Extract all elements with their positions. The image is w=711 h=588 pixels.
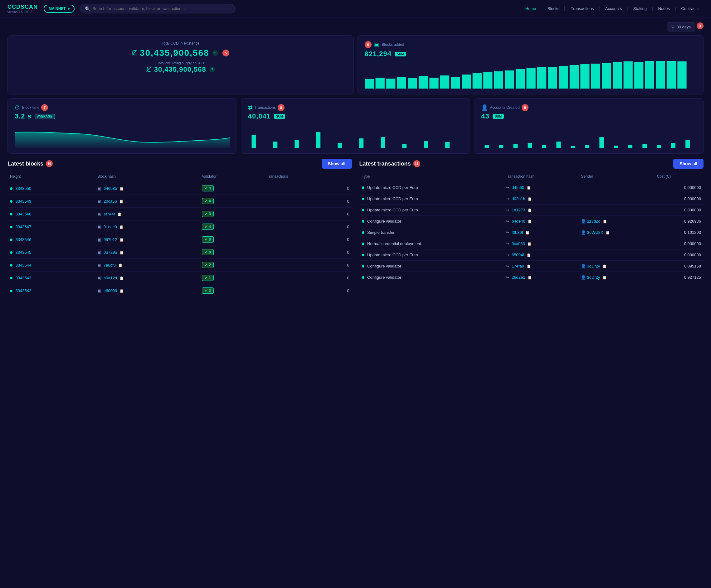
nav-accounts[interactable]: Accounts: [600, 6, 627, 11]
block-hash-link[interactable]: 646b8b: [104, 186, 117, 191]
total-ccd-info-icon[interactable]: ?: [213, 50, 218, 56]
validator-badge[interactable]: ✔ 3: [202, 288, 214, 294]
svg-rect-20: [580, 64, 589, 89]
copy-icon[interactable]: 📋: [527, 208, 532, 212]
nav-home[interactable]: Home: [520, 6, 542, 11]
status-dot: [362, 254, 364, 256]
table-row: 3343547 ▣ 01eac0 📋 ✔ 4 0: [7, 221, 352, 233]
block-height-link[interactable]: 3343546: [16, 237, 31, 242]
copy-icon[interactable]: 📋: [119, 225, 124, 229]
validator-badge[interactable]: ✔ 4: [202, 224, 214, 230]
block-hash-link[interactable]: e60009: [104, 288, 117, 293]
svg-rect-23: [612, 62, 622, 89]
nav-transactions[interactable]: Transactions: [566, 6, 599, 11]
status-dot: [362, 231, 364, 234]
sender-link[interactable]: 👤3uWU8X: [581, 230, 604, 235]
tx-arrow-icon: ↪: [506, 197, 509, 201]
sender-link[interactable]: 👤3qDr2y: [581, 264, 601, 268]
blocks-show-all-button[interactable]: Show all: [322, 159, 352, 169]
copy-icon[interactable]: 📋: [527, 276, 532, 279]
block-height-link[interactable]: 3343542: [16, 288, 31, 293]
copy-icon[interactable]: 📋: [527, 242, 532, 246]
block-hash-link[interactable]: 7a8cf3: [104, 263, 116, 268]
copy-icon[interactable]: 📋: [526, 264, 531, 268]
tx-hash-link[interactable]: 26d2e1: [512, 275, 525, 280]
ccd-icon: Ȼ: [132, 49, 137, 57]
block-hash-link[interactable]: 01eac0: [104, 224, 117, 229]
tx-hash-link[interactable]: d02b1b: [512, 197, 525, 201]
svg-rect-51: [643, 144, 647, 148]
block-height: 3343543: [7, 272, 95, 284]
block-height-link[interactable]: 3343547: [16, 224, 31, 229]
copy-icon[interactable]: 📋: [117, 212, 122, 216]
cost-cell: 0.000000: [654, 249, 704, 261]
block-icon: ▣: [97, 250, 101, 255]
tx-hash-link[interactable]: 1d1273: [512, 208, 525, 212]
validator-badge[interactable]: ✔ 0: [202, 249, 214, 255]
block-hash-link[interactable]: 997b12: [104, 237, 117, 242]
sender-link[interactable]: 👤2z3dZq: [581, 219, 602, 224]
transactions-show-all-button[interactable]: Show all: [673, 159, 704, 169]
ccd-icon-2: Ȼ: [146, 66, 151, 73]
copy-icon[interactable]: 📋: [602, 264, 607, 268]
sender-link[interactable]: 👤3qDr2y: [581, 275, 601, 280]
block-height-link[interactable]: 3343550: [16, 186, 31, 191]
tx-hash-link[interactable]: b4de40: [512, 219, 525, 224]
tx-hash-link[interactable]: 17efa9: [512, 264, 524, 268]
copy-icon[interactable]: 📋: [602, 276, 607, 279]
tx-hash-cell: ↪ 17efa9 📋: [503, 261, 578, 272]
tx-hash-link[interactable]: 0ca063: [512, 241, 525, 246]
clock-icon: ⏱: [15, 105, 20, 111]
block-height-link[interactable]: 3343548: [16, 212, 31, 217]
network-button[interactable]: MAINNET ▾: [44, 5, 74, 13]
block-hash-link[interactable]: 0d729b: [104, 250, 117, 255]
tx-hash-link[interactable]: 65094f: [512, 252, 524, 257]
validator-badge[interactable]: ✔ 3: [202, 211, 214, 217]
status-dot: [10, 239, 13, 241]
sender-cell: 👤3qDr2y 📋: [578, 261, 654, 272]
copy-icon[interactable]: 📋: [120, 276, 124, 280]
svg-rect-1: [375, 77, 384, 89]
copy-icon[interactable]: 📋: [526, 186, 531, 189]
block-height-link[interactable]: 3343544: [16, 263, 31, 268]
nav-nodes[interactable]: Nodes: [653, 6, 675, 11]
nav-staking[interactable]: Staking: [628, 6, 652, 11]
copy-icon[interactable]: 📋: [119, 200, 124, 203]
block-height-link[interactable]: 3343545: [16, 250, 31, 255]
validator-badge[interactable]: ✔ 4: [202, 185, 214, 191]
copy-icon[interactable]: 📋: [120, 289, 124, 293]
accounts-value: 43: [481, 112, 489, 120]
validator-cell: ✔ 4: [199, 221, 264, 233]
block-hash-link[interactable]: b9a12d: [104, 276, 117, 280]
block-hash-link[interactable]: 20ca56: [104, 199, 117, 204]
copy-icon[interactable]: 📋: [120, 238, 124, 242]
circulating-info-icon[interactable]: ?: [209, 67, 215, 72]
nav-contracts[interactable]: Contracts: [676, 6, 704, 11]
table-row: Configure validator ↪ b4de40 📋 👤2z3dZq 📋…: [360, 216, 704, 227]
copy-icon[interactable]: 📋: [120, 251, 124, 254]
status-dot: [362, 220, 364, 223]
time-filter-button[interactable]: ▽ 30 days: [667, 22, 695, 31]
copy-icon[interactable]: 📋: [525, 231, 530, 234]
search-input[interactable]: [93, 6, 230, 11]
validator-badge[interactable]: ✔ 4: [202, 198, 214, 204]
tx-hash-link[interactable]: d4fe60: [512, 185, 524, 190]
block-hash-link[interactable]: ef744f: [104, 212, 115, 217]
block-height-link[interactable]: 3343549: [16, 199, 31, 204]
validator-badge[interactable]: ✔ 2: [202, 262, 214, 268]
validator-badge[interactable]: ✔ 1: [202, 275, 214, 281]
nav-blocks[interactable]: Blocks: [542, 6, 565, 11]
copy-icon[interactable]: 📋: [606, 231, 610, 234]
block-height-link[interactable]: 3343543: [16, 276, 31, 280]
tx-hash-cell: ↪ 65094f 📋: [503, 249, 578, 261]
copy-icon[interactable]: 📋: [526, 253, 531, 257]
copy-icon[interactable]: 📋: [527, 197, 532, 201]
copy-icon[interactable]: 📋: [120, 187, 124, 190]
copy-icon[interactable]: 📋: [603, 220, 607, 223]
sender-cell: [578, 249, 654, 261]
tx-hash-link[interactable]: f0b86f: [512, 230, 523, 235]
copy-icon[interactable]: 📋: [118, 264, 123, 267]
table-row: Update micro CCD per Euro ↪ d02b1b 📋 0.0…: [360, 193, 704, 205]
validator-badge[interactable]: ✔ 0: [202, 236, 214, 243]
copy-icon[interactable]: 📋: [527, 220, 532, 223]
